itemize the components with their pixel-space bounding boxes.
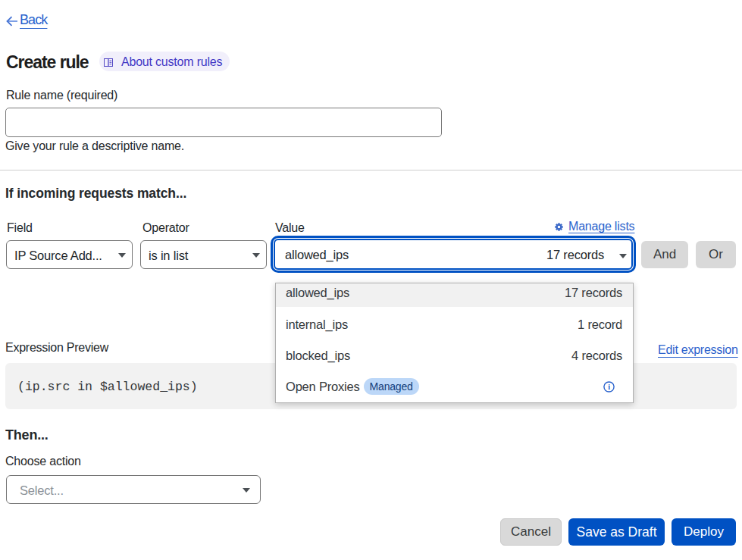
svg-text:i: i (608, 383, 610, 391)
